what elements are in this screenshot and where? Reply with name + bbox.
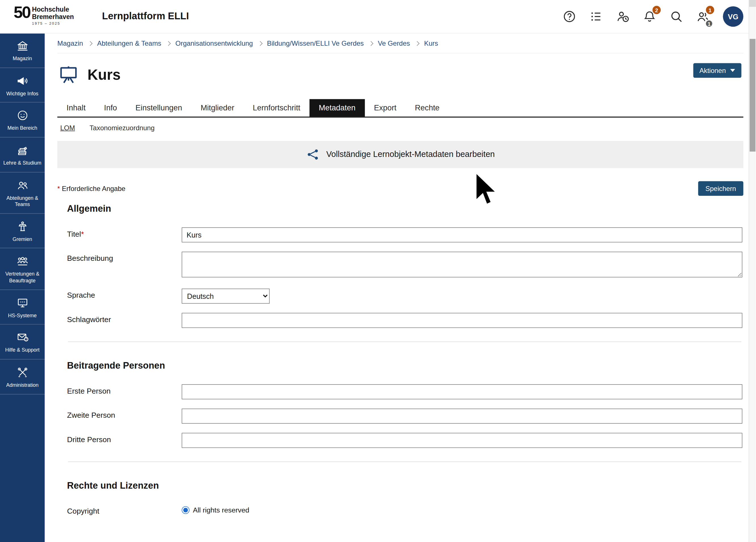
chevron-right-icon: [166, 41, 171, 46]
breadcrumb-link[interactable]: Abteilungen & Teams: [97, 39, 161, 47]
user-clock-icon[interactable]: [616, 10, 630, 23]
sidebar-item-label: Magazin: [13, 55, 32, 62]
subtab-bar: LOM Taxonomiezuordnung: [57, 117, 743, 137]
sidebar-item-magazin[interactable]: Magazin: [0, 33, 45, 68]
megaphone-icon: [16, 75, 28, 87]
books-icon: [16, 144, 28, 156]
sidebar-item-label: Hilfe & Support: [5, 347, 39, 354]
beschreibung-label: Beschreibung: [67, 252, 182, 263]
edit-full-metadata-banner[interactable]: Vollständige Lernobjekt-Metadaten bearbe…: [57, 141, 743, 168]
section-heading-allgemein: Allgemein: [67, 203, 742, 214]
copyright-option-label: All rights reserved: [193, 506, 249, 514]
copyright-radio-all-rights-reserved[interactable]: [182, 506, 189, 514]
tab-info[interactable]: Info: [95, 99, 126, 117]
top-icon-group: 2 1 1 VG: [562, 0, 743, 33]
search-icon[interactable]: [669, 10, 683, 23]
scrollbar-thumb[interactable]: [750, 39, 756, 152]
main-sidebar: Magazin Wichtige Infos Mein Bereich: [0, 33, 45, 542]
page-title: Kurs: [87, 67, 121, 83]
section-divider: [68, 342, 742, 342]
titel-input[interactable]: [182, 227, 742, 242]
page-header: Kurs Aktionen: [57, 63, 743, 87]
section-heading-rechte: Rechte und Lizenzen: [67, 480, 742, 491]
bell-badge: 2: [652, 6, 661, 14]
subtab-taxonomiezuordnung[interactable]: Taxonomiezuordnung: [90, 124, 155, 132]
tab-bar: Inhalt Info Einstellungen Mitglieder Ler…: [57, 99, 743, 117]
sidebar-item-label: Administration: [6, 382, 39, 388]
tools-icon: [16, 366, 28, 379]
contacts-icon[interactable]: 1 1: [696, 10, 710, 23]
chevron-down-icon: [730, 69, 735, 72]
form-row-dritte-person: Dritte Person: [67, 433, 742, 448]
zweite-person-input[interactable]: [182, 409, 742, 424]
sprache-select[interactable]: Deutsch: [182, 289, 270, 304]
chevron-right-icon: [88, 41, 93, 46]
group-icon: [16, 255, 28, 268]
sidebar-item-label: Lehre & Studium: [3, 160, 41, 166]
contacts-badge-bottom: 1: [705, 19, 713, 28]
breadcrumb-link[interactable]: Bildung/Wissen/ELLI Ve Gerdes: [267, 39, 364, 47]
sidebar-item-wichtige-infos[interactable]: Wichtige Infos: [0, 68, 45, 103]
tab-metadaten[interactable]: Metadaten: [310, 99, 365, 117]
contacts-badge-top: 1: [706, 6, 714, 14]
form-row-copyright: Copyright All rights reserved: [67, 504, 742, 515]
sidebar-item-lehre-studium[interactable]: Lehre & Studium: [0, 137, 45, 172]
breadcrumb-link[interactable]: Organisationsentwicklung: [175, 39, 253, 47]
sidebar-item-label: Mein Bereich: [7, 125, 37, 131]
sidebar-item-administration[interactable]: Administration: [0, 360, 45, 394]
tab-lernfortschritt[interactable]: Lernfortschritt: [243, 99, 310, 117]
breadcrumb-link[interactable]: Ve Gerdes: [378, 39, 410, 47]
banner-label: Vollständige Lernobjekt-Metadaten bearbe…: [326, 150, 495, 159]
schlagwoerter-input[interactable]: [182, 313, 742, 328]
form-row-schlagwoerter: Schlagwörter: [67, 313, 742, 328]
logo-50: 50: [14, 4, 30, 20]
breadcrumb-link[interactable]: Kurs: [424, 39, 438, 47]
section-heading-beitragende: Beitragende Personen: [67, 360, 742, 371]
schlagwoerter-label: Schlagwörter: [67, 313, 182, 324]
mail-help-icon: ?: [16, 331, 28, 344]
breadcrumb-link[interactable]: Magazin: [57, 39, 83, 47]
todo-list-icon[interactable]: [589, 10, 603, 23]
erste-person-label: Erste Person: [67, 384, 182, 395]
sidebar-item-vertretungen[interactable]: Vertretungen & Beauftragte: [0, 249, 45, 290]
sidebar-item-label: HS-Systeme: [8, 312, 37, 319]
actions-button-label: Aktionen: [699, 67, 726, 74]
dritte-person-input[interactable]: [182, 433, 742, 448]
form-row-erste-person: Erste Person: [67, 384, 742, 399]
sidebar-item-hilfe-support[interactable]: ? Hilfe & Support: [0, 325, 45, 360]
actions-button[interactable]: Aktionen: [693, 63, 741, 78]
avatar[interactable]: VG: [723, 6, 743, 27]
monitor-icon: [16, 297, 28, 309]
section-divider: [68, 461, 742, 462]
tab-einstellungen[interactable]: Einstellungen: [126, 99, 192, 117]
sidebar-item-abteilungen-teams[interactable]: Abteilungen & Teams: [0, 172, 45, 214]
metadata-form: Allgemein Titel* Beschreibung Sprache: [57, 203, 743, 515]
help-icon[interactable]: [562, 10, 576, 23]
sprache-label: Sprache: [67, 289, 182, 300]
tab-inhalt[interactable]: Inhalt: [57, 99, 95, 117]
tab-rechte[interactable]: Rechte: [406, 99, 449, 117]
required-asterisk: *: [57, 185, 60, 192]
form-row-beschreibung: Beschreibung: [67, 252, 742, 280]
subtab-lom[interactable]: LOM: [60, 124, 75, 132]
form-row-titel: Titel*: [67, 227, 742, 242]
tab-mitglieder[interactable]: Mitglieder: [191, 99, 243, 117]
sidebar-item-label: Gremien: [12, 236, 32, 243]
logo-years: 1975 – 2025: [32, 22, 74, 26]
beschreibung-textarea[interactable]: [182, 252, 742, 278]
app-title: Lernplattform ELLI: [102, 11, 189, 22]
titel-label: Titel*: [67, 227, 182, 238]
sidebar-item-gremien[interactable]: Gremien: [0, 214, 45, 249]
logo-name-line2: Bremerhaven: [32, 13, 74, 20]
sidebar-item-label: Abteilungen & Teams: [2, 195, 43, 208]
bell-icon[interactable]: 2: [643, 10, 656, 23]
sidebar-item-mein-bereich[interactable]: Mein Bereich: [0, 103, 45, 138]
sidebar-item-hs-systeme[interactable]: HS-Systeme: [0, 290, 45, 325]
chevron-right-icon: [368, 41, 373, 46]
university-logo[interactable]: 50 Hochschule Bremerhaven 1975 – 2025: [14, 4, 74, 26]
tab-export[interactable]: Export: [365, 99, 406, 117]
breadcrumb: Magazin Abteilungen & Teams Organisation…: [57, 33, 743, 53]
erste-person-input[interactable]: [182, 384, 742, 399]
bank-icon: [16, 40, 28, 52]
save-button[interactable]: Speichern: [698, 181, 743, 196]
